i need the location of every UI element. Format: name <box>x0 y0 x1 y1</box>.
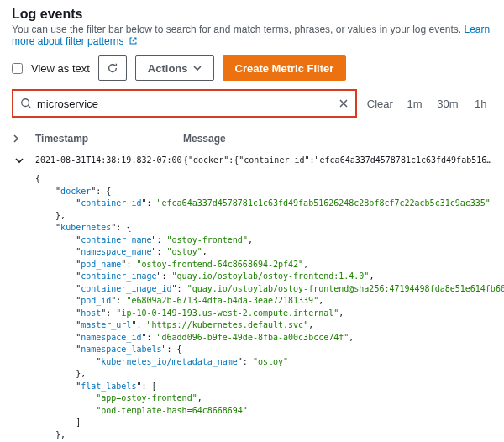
subtitle-text: You can use the filter bar below to sear… <box>12 24 461 35</box>
row-timestamp: 2021-08-31T14:38:19.832-07:00 <box>32 155 183 165</box>
view-as-text-label: View as text <box>31 62 90 75</box>
v-k8s-container-image: quay.io/ostoylab/ostoy-frontend:1.4.0 <box>177 271 365 281</box>
v-k8s-ns-label: ostoy <box>258 357 283 366</box>
search-input[interactable] <box>32 97 339 110</box>
chevron-down-icon <box>193 64 202 72</box>
refresh-icon <box>107 62 118 74</box>
refresh-button[interactable] <box>98 55 127 81</box>
search-row: Clear 1m 30m 1h <box>12 89 492 118</box>
v-k8s-pod-id: e6809a2b-6713-4dfa-b4da-3eae72181339 <box>131 296 313 305</box>
svg-point-0 <box>22 99 29 107</box>
toolbar: View as text Actions Create Metric Filte… <box>12 55 492 81</box>
external-link-icon <box>129 36 138 45</box>
column-header-message: Message <box>183 133 492 145</box>
v-k8s-master-url: https://kubernetes.default.svc <box>152 320 304 329</box>
v-k8s-flat-label-0: app=ostoy-frontend <box>101 393 192 403</box>
v-k8s-flat-label-1: pod-template-hash=64c8668694 <box>101 406 243 415</box>
create-metric-filter-button[interactable]: Create Metric Filter <box>223 55 347 81</box>
page-title: Log events <box>12 7 492 22</box>
v-k8s-container-name: ostoy-frontend <box>172 235 243 245</box>
column-header-timestamp: Timestamp <box>32 133 183 145</box>
table-header: Timestamp Message <box>12 128 492 150</box>
actions-button[interactable]: Actions <box>135 55 214 81</box>
v-k8s-pod-name: ostoy-frontend-64c8668694-2pf42 <box>141 260 298 269</box>
row-message-short: {"docker":{"container_id":"efca64a337d45… <box>183 155 492 165</box>
v-k8s-namespace-name: ostoy <box>172 247 197 256</box>
v-k8s-container-image-id: quay.io/ostoylab/ostoy-frontend@sha256:4… <box>192 284 504 293</box>
table-row: 2021-08-31T14:38:19.832-07:00 {"docker":… <box>12 150 492 170</box>
v-k8s-namespace-id: d6add096-b9fe-49de-8fba-a00c3bcce74f <box>162 333 344 342</box>
time-range-30m[interactable]: 30m <box>436 97 459 110</box>
actions-label: Actions <box>148 62 188 75</box>
view-as-text-checkbox[interactable] <box>12 63 23 74</box>
expand-all-toggle[interactable] <box>12 134 32 143</box>
v-k8s-host: ip-10-0-149-193.us-west-2.compute.intern… <box>121 308 333 318</box>
search-icon <box>20 97 32 109</box>
search-box <box>12 89 357 118</box>
time-range-1h[interactable]: 1h <box>470 97 492 110</box>
v-docker-container-id: efca64a337d4578781c1c63fd49fab51626248c2… <box>162 198 486 208</box>
clear-search-icon[interactable] <box>339 98 349 108</box>
page-subtitle: You can use the filter bar below to sear… <box>12 24 492 47</box>
time-range-1m[interactable]: 1m <box>403 97 426 110</box>
clear-button[interactable]: Clear <box>367 97 393 110</box>
log-json-payload: { "docker": { "container_id": "efca64a33… <box>12 170 492 442</box>
row-collapse-toggle[interactable] <box>12 156 32 165</box>
